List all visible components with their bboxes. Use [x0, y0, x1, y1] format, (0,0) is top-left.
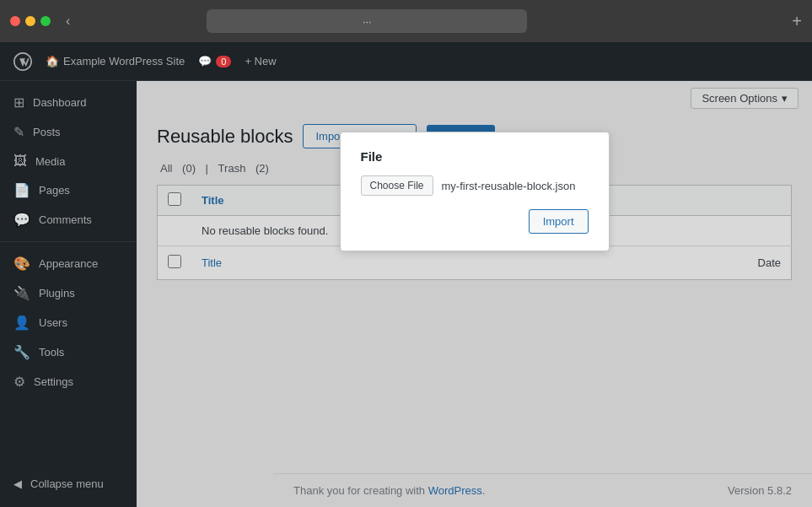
selected-file-name: my-first-reusable-block.json: [442, 180, 576, 192]
sidebar-item-plugins[interactable]: 🔌 Plugins: [0, 278, 137, 308]
sidebar-divider: [0, 241, 137, 242]
sidebar-item-comments[interactable]: 💬 Comments: [0, 205, 137, 235]
sidebar-item-label: Settings: [34, 375, 73, 388]
ellipsis-icon: ···: [363, 15, 372, 28]
comments-sidebar-icon: 💬: [13, 212, 30, 228]
sidebar-item-label: Users: [39, 316, 67, 329]
collapse-icon: ◀: [13, 477, 22, 490]
close-button[interactable]: [10, 16, 20, 26]
traffic-lights: [10, 16, 51, 26]
plugins-icon: 🔌: [13, 285, 30, 301]
minimize-button[interactable]: [25, 16, 35, 26]
appearance-icon: 🎨: [13, 256, 30, 272]
sidebar-item-label: Media: [35, 155, 65, 168]
new-item[interactable]: + New: [245, 55, 276, 67]
sidebar-item-users[interactable]: 👤 Users: [0, 308, 137, 337]
wp-main: ⊞ Dashboard ✎ Posts 🖼 Media 📄 Pages 💬 Co…: [0, 81, 812, 507]
sidebar-item-tools[interactable]: 🔧 Tools: [0, 337, 137, 367]
back-button[interactable]: ‹: [66, 13, 70, 29]
comments-count-badge: 0: [216, 56, 231, 67]
sidebar-item-label: Appearance: [39, 257, 98, 270]
sidebar-item-pages[interactable]: 📄 Pages: [0, 175, 137, 205]
dialog-overlay: File Choose File my-first-reusable-block…: [137, 81, 812, 507]
sidebar-item-appearance[interactable]: 🎨 Appearance: [0, 249, 137, 278]
choose-file-button[interactable]: Choose File: [361, 175, 433, 196]
site-home-item[interactable]: 🏠 Example WordPress Site: [46, 55, 185, 67]
new-label: + New: [245, 55, 276, 67]
wp-logo[interactable]: [13, 52, 32, 71]
users-icon: 👤: [13, 315, 30, 331]
new-tab-button[interactable]: +: [792, 12, 802, 31]
site-name: Example WordPress Site: [63, 55, 185, 67]
tools-icon: 🔧: [13, 344, 30, 360]
dialog-file-row: Choose File my-first-reusable-block.json: [361, 175, 589, 196]
sidebar-item-label: Comments: [39, 213, 92, 226]
sidebar-item-posts[interactable]: ✎ Posts: [0, 117, 137, 147]
sidebar-item-dashboard[interactable]: ⊞ Dashboard: [0, 88, 137, 117]
comments-item[interactable]: 💬 0: [198, 55, 231, 67]
dialog-title: File: [361, 149, 589, 164]
address-bar[interactable]: ···: [207, 9, 527, 33]
settings-icon: ⚙: [13, 374, 25, 390]
sidebar-item-label: Tools: [39, 346, 64, 359]
import-button[interactable]: Import: [529, 209, 589, 234]
content-area: Screen Options ▾ Reusable blocks Import …: [137, 81, 812, 507]
pages-icon: 📄: [13, 182, 30, 198]
sidebar-item-label: Dashboard: [33, 96, 87, 109]
browser-chrome: ‹ ··· +: [0, 0, 812, 42]
media-icon: 🖼: [13, 154, 27, 169]
wp-admin-bar: 🏠 Example WordPress Site 💬 0 + New: [0, 42, 812, 81]
comments-icon: 💬: [198, 55, 212, 67]
sidebar-item-settings[interactable]: ⚙ Settings: [0, 367, 137, 396]
dialog-actions: Import: [361, 209, 589, 234]
home-icon: 🏠: [46, 55, 59, 67]
sidebar-item-media[interactable]: 🖼 Media: [0, 147, 137, 175]
dashboard-icon: ⊞: [13, 94, 24, 111]
maximize-button[interactable]: [40, 16, 51, 26]
sidebar-item-label: Pages: [39, 184, 70, 197]
import-dialog: File Choose File my-first-reusable-block…: [340, 132, 610, 251]
sidebar-item-label: Plugins: [39, 287, 75, 299]
collapse-menu-item[interactable]: ◀ Collapse menu: [0, 471, 137, 497]
collapse-label: Collapse menu: [30, 477, 104, 490]
sidebar: ⊞ Dashboard ✎ Posts 🖼 Media 📄 Pages 💬 Co…: [0, 81, 137, 507]
sidebar-item-label: Posts: [33, 126, 61, 138]
posts-icon: ✎: [13, 124, 24, 140]
